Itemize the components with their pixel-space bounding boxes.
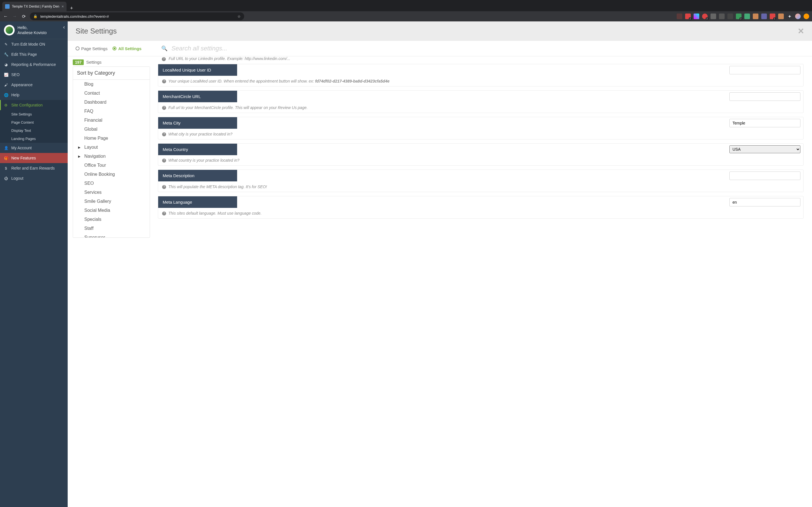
count-label: Settings: [86, 60, 101, 64]
collapse-sidebar-icon[interactable]: ‹: [63, 24, 65, 30]
sidebar-item[interactable]: 🎁New Features: [0, 153, 68, 163]
truncated-help: ? Full URL to your LinkedIn profile. Exa…: [158, 56, 804, 64]
sidebar-label: My Account: [11, 146, 32, 150]
help-text: This will populate the META description …: [168, 184, 267, 189]
settings-panel[interactable]: ? Full URL to your LinkedIn profile. Exa…: [155, 56, 812, 507]
sidebar-submenu: Site SettingsPage ContentDisplay TextLan…: [0, 110, 68, 143]
page-title: Site Settings: [75, 27, 117, 36]
sidebar-label: Help: [11, 93, 19, 97]
category-item[interactable]: Contact: [73, 89, 150, 98]
sidebar-menu: ✎Turn Edit Mode ON🔧Edit This Page◕Report…: [0, 39, 68, 183]
setting-input[interactable]: [729, 66, 801, 74]
setting-input-wrap: [237, 64, 803, 76]
ext-icon[interactable]: [727, 13, 733, 19]
sidebar-sub-item[interactable]: Page Content: [0, 118, 68, 126]
extensions-icon[interactable]: ✦: [786, 13, 792, 19]
ext-icon[interactable]: [719, 13, 725, 19]
ext-icon[interactable]: [711, 13, 716, 19]
tab-close-icon[interactable]: ×: [61, 4, 64, 9]
main-content: Site Settings ✕ Page Settings All Settin…: [68, 21, 812, 507]
setting-help: ?What city is your practice located in?: [158, 129, 803, 139]
category-item[interactable]: Office Tour: [73, 161, 150, 170]
category-list[interactable]: BlogContactDashboardFAQFinancialGlobalHo…: [73, 80, 150, 237]
ext-icon[interactable]: [753, 13, 758, 19]
category-item[interactable]: SEO: [73, 179, 150, 188]
category-item[interactable]: FAQ: [73, 107, 150, 116]
sidebar-label: Reporting & Performance: [11, 62, 56, 67]
ext-icon[interactable]: 1: [770, 13, 775, 19]
browser-tab[interactable]: Temple TX Dentist | Family Den ×: [2, 2, 66, 11]
category-item[interactable]: ▶Navigation: [73, 152, 150, 161]
sidebar-icon: ✎: [4, 42, 8, 47]
forward-button[interactable]: →: [12, 14, 17, 19]
sidebar-item[interactable]: 🖌Appearance: [0, 80, 68, 90]
category-item[interactable]: ▶Layout: [73, 143, 150, 152]
category-item[interactable]: Financial: [73, 116, 150, 125]
radio-page-settings[interactable]: Page Settings: [75, 46, 107, 51]
new-tab-button[interactable]: +: [66, 5, 77, 11]
category-item[interactable]: Online Booking: [73, 170, 150, 179]
setting-label: Meta City: [158, 117, 237, 129]
close-icon[interactable]: ✕: [798, 26, 804, 36]
sidebar-item[interactable]: $Refer and Earn Rewards: [0, 163, 68, 173]
sidebar-item[interactable]: ◕Reporting & Performance: [0, 59, 68, 69]
sidebar-icon: 🖌: [4, 83, 8, 87]
address-bar[interactable]: 🔒 templedentaltrails.com/index.cfm?event…: [30, 12, 244, 20]
setting-help: ?This will populate the META description…: [158, 182, 803, 192]
sidebar-label: SEO: [11, 72, 20, 77]
back-button[interactable]: ←: [3, 14, 8, 19]
sidebar-item[interactable]: ⚙Site Configuration: [0, 100, 68, 110]
setting-input[interactable]: [729, 93, 801, 101]
sidebar-item[interactable]: 🌐Help: [0, 90, 68, 100]
sidebar-sub-item[interactable]: Display Text: [0, 126, 68, 135]
ext-icon[interactable]: [778, 13, 784, 19]
setting-input[interactable]: [729, 119, 801, 127]
lock-icon: 🔒: [33, 14, 38, 18]
category-item[interactable]: Specials: [73, 215, 150, 224]
reload-button[interactable]: ⟳: [21, 14, 27, 19]
setting-block: Meta Language?This sites default languag…: [158, 196, 804, 219]
sidebar-label: Appearance: [11, 82, 33, 87]
sidebar-icon: 🎁: [4, 156, 8, 160]
category-item[interactable]: Staff: [73, 224, 150, 233]
ext-icon[interactable]: [694, 13, 699, 19]
sidebar-sub-item[interactable]: Landing Pages: [0, 135, 68, 143]
sidebar-item[interactable]: ⏻Logout: [0, 173, 68, 183]
ext-icon[interactable]: 2: [736, 13, 742, 19]
sidebar-item[interactable]: 📈SEO: [0, 69, 68, 80]
category-item[interactable]: Global: [73, 125, 150, 134]
category-box: Sort by Category BlogContactDashboardFAQ…: [73, 66, 150, 238]
profile-avatar[interactable]: [795, 13, 801, 19]
category-item[interactable]: Superuser: [73, 233, 150, 237]
ext-icon[interactable]: [804, 13, 809, 19]
ext-icon[interactable]: 2: [702, 13, 708, 19]
ext-icon[interactable]: [677, 13, 682, 19]
sidebar-icon: ⏻: [4, 176, 8, 180]
setting-help: ?This sites default language. Must use l…: [158, 208, 803, 218]
category-item[interactable]: Services: [73, 188, 150, 197]
sidebar-item[interactable]: 🔧Edit This Page: [0, 49, 68, 59]
search-input[interactable]: [171, 45, 804, 52]
sidebar-item[interactable]: ✎Turn Edit Mode ON: [0, 39, 68, 49]
favicon: [5, 4, 10, 9]
radio-all-settings[interactable]: All Settings: [112, 46, 142, 51]
category-item[interactable]: Smile Gallery: [73, 197, 150, 206]
category-item[interactable]: Social Media: [73, 206, 150, 215]
setting-select[interactable]: USA: [729, 145, 801, 153]
category-item[interactable]: Blog: [73, 80, 150, 89]
sidebar-sub-item[interactable]: Site Settings: [0, 110, 68, 118]
greeting: Hello, Analiese Kovisto: [17, 25, 47, 35]
sidebar-item[interactable]: 👤My Account: [0, 143, 68, 153]
setting-input[interactable]: [729, 198, 801, 207]
ext-icon[interactable]: [744, 13, 750, 19]
sidebar-label: New Features: [11, 156, 36, 160]
logo: [4, 25, 15, 36]
setting-input[interactable]: [729, 172, 801, 180]
ext-icon[interactable]: [761, 13, 767, 19]
category-item[interactable]: Dashboard: [73, 98, 150, 107]
category-item[interactable]: Home Page: [73, 134, 150, 143]
caret-icon: ▶: [78, 146, 80, 149]
setting-block: Meta City?What city is your practice loc…: [158, 117, 804, 139]
star-icon[interactable]: ☆: [238, 14, 241, 18]
ext-icon[interactable]: 2: [685, 13, 691, 19]
